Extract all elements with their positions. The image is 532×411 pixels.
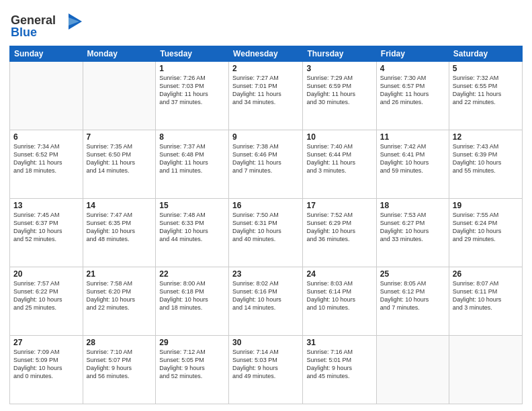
day-number: 22 (159, 269, 225, 279)
day-number: 28 (87, 338, 152, 347)
day-info: Sunrise: 7:53 AM Sunset: 6:27 PM Dayligh… (380, 211, 445, 244)
day-number: 27 (13, 338, 79, 347)
day-number: 10 (306, 132, 372, 142)
day-info: Sunrise: 7:35 AM Sunset: 6:50 PM Dayligh… (87, 142, 152, 175)
day-number: 31 (306, 338, 372, 347)
day-info: Sunrise: 7:50 AM Sunset: 6:31 PM Dayligh… (232, 211, 299, 244)
day-number: 14 (87, 201, 152, 210)
day-cell: 19Sunrise: 7:55 AM Sunset: 6:24 PM Dayli… (449, 199, 522, 267)
week-row-2: 6Sunrise: 7:34 AM Sunset: 6:52 PM Daylig… (10, 130, 523, 199)
day-cell: 18Sunrise: 7:53 AM Sunset: 6:27 PM Dayli… (376, 199, 449, 267)
day-cell: 7Sunrise: 7:35 AM Sunset: 6:50 PM Daylig… (83, 130, 156, 199)
week-row-5: 27Sunrise: 7:09 AM Sunset: 5:09 PM Dayli… (10, 336, 523, 404)
day-cell: 25Sunrise: 8:05 AM Sunset: 6:12 PM Dayli… (376, 267, 449, 336)
day-number: 1 (159, 64, 225, 73)
day-number: 30 (232, 338, 299, 347)
day-info: Sunrise: 7:29 AM Sunset: 6:59 PM Dayligh… (306, 74, 372, 107)
week-row-4: 20Sunrise: 7:57 AM Sunset: 6:22 PM Dayli… (10, 267, 523, 336)
day-info: Sunrise: 7:52 AM Sunset: 6:29 PM Dayligh… (306, 211, 372, 244)
day-number: 9 (232, 132, 299, 142)
day-info: Sunrise: 7:26 AM Sunset: 7:03 PM Dayligh… (159, 74, 225, 107)
day-info: Sunrise: 7:48 AM Sunset: 6:33 PM Dayligh… (159, 211, 225, 244)
week-row-3: 13Sunrise: 7:45 AM Sunset: 6:37 PM Dayli… (10, 199, 523, 267)
day-info: Sunrise: 7:42 AM Sunset: 6:41 PM Dayligh… (380, 142, 445, 175)
day-number: 5 (453, 64, 519, 73)
day-cell: 26Sunrise: 8:07 AM Sunset: 6:11 PM Dayli… (449, 267, 522, 336)
weekday-thursday: Thursday (303, 46, 376, 62)
day-cell: 24Sunrise: 8:03 AM Sunset: 6:14 PM Dayli… (303, 267, 376, 336)
day-cell: 23Sunrise: 8:02 AM Sunset: 6:16 PM Dayli… (229, 267, 303, 336)
day-cell: 17Sunrise: 7:52 AM Sunset: 6:29 PM Dayli… (303, 199, 376, 267)
day-info: Sunrise: 8:02 AM Sunset: 6:16 PM Dayligh… (232, 279, 299, 312)
day-cell: 27Sunrise: 7:09 AM Sunset: 5:09 PM Dayli… (10, 336, 83, 404)
day-cell: 3Sunrise: 7:29 AM Sunset: 6:59 PM Daylig… (303, 62, 376, 130)
day-number: 2 (232, 64, 299, 73)
day-info: Sunrise: 7:14 AM Sunset: 5:03 PM Dayligh… (232, 348, 299, 381)
day-cell: 4Sunrise: 7:30 AM Sunset: 6:57 PM Daylig… (376, 62, 449, 130)
weekday-saturday: Saturday (449, 46, 522, 62)
day-info: Sunrise: 7:38 AM Sunset: 6:46 PM Dayligh… (232, 142, 299, 175)
day-cell: 14Sunrise: 7:47 AM Sunset: 6:35 PM Dayli… (83, 199, 156, 267)
day-cell: 13Sunrise: 7:45 AM Sunset: 6:37 PM Dayli… (10, 199, 83, 267)
day-number: 24 (306, 269, 372, 279)
day-number: 7 (87, 132, 152, 142)
day-cell (83, 62, 156, 130)
day-info: Sunrise: 7:27 AM Sunset: 7:01 PM Dayligh… (232, 74, 299, 107)
day-cell: 29Sunrise: 7:12 AM Sunset: 5:05 PM Dayli… (156, 336, 229, 404)
day-number: 15 (159, 201, 225, 210)
day-info: Sunrise: 7:34 AM Sunset: 6:52 PM Dayligh… (13, 142, 79, 175)
day-number: 26 (453, 269, 519, 279)
day-info: Sunrise: 7:09 AM Sunset: 5:09 PM Dayligh… (13, 348, 79, 381)
day-info: Sunrise: 7:40 AM Sunset: 6:44 PM Dayligh… (306, 142, 372, 175)
day-info: Sunrise: 7:32 AM Sunset: 6:55 PM Dayligh… (453, 74, 519, 107)
day-number: 8 (159, 132, 225, 142)
svg-text:General: General (11, 13, 56, 27)
header: General Blue (9, 7, 523, 42)
weekday-wednesday: Wednesday (229, 46, 303, 62)
day-cell: 6Sunrise: 7:34 AM Sunset: 6:52 PM Daylig… (10, 130, 83, 199)
day-cell: 22Sunrise: 8:00 AM Sunset: 6:18 PM Dayli… (156, 267, 229, 336)
day-cell: 2Sunrise: 7:27 AM Sunset: 7:01 PM Daylig… (229, 62, 303, 130)
weekday-sunday: Sunday (10, 46, 83, 62)
day-number: 19 (453, 201, 519, 210)
day-info: Sunrise: 7:43 AM Sunset: 6:39 PM Dayligh… (453, 142, 519, 175)
day-cell (449, 336, 522, 404)
day-number: 3 (306, 64, 372, 73)
day-cell (376, 336, 449, 404)
day-cell: 30Sunrise: 7:14 AM Sunset: 5:03 PM Dayli… (229, 336, 303, 404)
day-info: Sunrise: 7:30 AM Sunset: 6:57 PM Dayligh… (380, 74, 445, 107)
logo: General Blue (9, 9, 83, 42)
day-cell: 16Sunrise: 7:50 AM Sunset: 6:31 PM Dayli… (229, 199, 303, 267)
logo-text: General Blue (9, 9, 83, 42)
day-number: 17 (306, 201, 372, 210)
day-info: Sunrise: 8:07 AM Sunset: 6:11 PM Dayligh… (453, 279, 519, 312)
day-info: Sunrise: 7:12 AM Sunset: 5:05 PM Dayligh… (159, 348, 225, 381)
day-info: Sunrise: 7:10 AM Sunset: 5:07 PM Dayligh… (87, 348, 152, 381)
day-cell: 12Sunrise: 7:43 AM Sunset: 6:39 PM Dayli… (449, 130, 522, 199)
day-cell: 31Sunrise: 7:16 AM Sunset: 5:01 PM Dayli… (303, 336, 376, 404)
day-number: 4 (380, 64, 445, 73)
day-number: 11 (380, 132, 445, 142)
weekday-tuesday: Tuesday (156, 46, 229, 62)
day-cell: 9Sunrise: 7:38 AM Sunset: 6:46 PM Daylig… (229, 130, 303, 199)
week-row-1: 1Sunrise: 7:26 AM Sunset: 7:03 PM Daylig… (10, 62, 523, 130)
day-cell: 11Sunrise: 7:42 AM Sunset: 6:41 PM Dayli… (376, 130, 449, 199)
day-cell: 10Sunrise: 7:40 AM Sunset: 6:44 PM Dayli… (303, 130, 376, 199)
day-info: Sunrise: 7:47 AM Sunset: 6:35 PM Dayligh… (87, 211, 152, 244)
day-number: 21 (87, 269, 152, 279)
day-number: 16 (232, 201, 299, 210)
svg-text:Blue: Blue (11, 26, 37, 39)
day-number: 29 (159, 338, 225, 347)
day-cell: 21Sunrise: 7:58 AM Sunset: 6:20 PM Dayli… (83, 267, 156, 336)
day-info: Sunrise: 8:03 AM Sunset: 6:14 PM Dayligh… (306, 279, 372, 312)
day-info: Sunrise: 7:37 AM Sunset: 6:48 PM Dayligh… (159, 142, 225, 175)
weekday-header-row: SundayMondayTuesdayWednesdayThursdayFrid… (10, 46, 523, 62)
day-cell: 1Sunrise: 7:26 AM Sunset: 7:03 PM Daylig… (156, 62, 229, 130)
day-info: Sunrise: 7:57 AM Sunset: 6:22 PM Dayligh… (13, 279, 79, 312)
day-number: 6 (13, 132, 79, 142)
day-info: Sunrise: 8:00 AM Sunset: 6:18 PM Dayligh… (159, 279, 225, 312)
day-number: 13 (13, 201, 79, 210)
day-number: 23 (232, 269, 299, 279)
day-cell (10, 62, 83, 130)
day-number: 25 (380, 269, 445, 279)
